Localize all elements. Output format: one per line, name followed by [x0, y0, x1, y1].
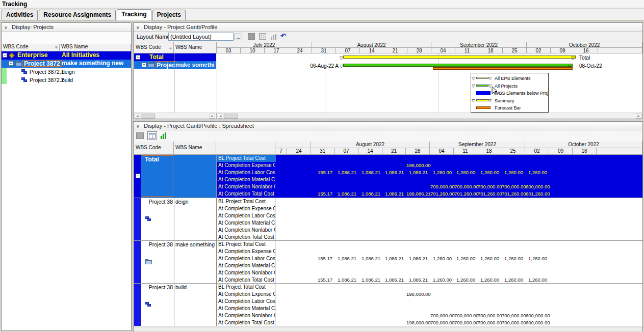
wbs-name-column-header[interactable]: WBS Name	[60, 44, 131, 51]
cost-field-label[interactable]: At Completion Total Cost	[218, 276, 275, 284]
cost-field-label[interactable]: At Completion Material Cost	[218, 219, 275, 227]
collapse-gantt-icon[interactable]: ∨	[136, 23, 142, 32]
gantt-row-projec[interactable]: +Projecmake somethi	[134, 61, 216, 69]
column-splitter[interactable]	[216, 155, 217, 198]
week-header: 21	[383, 48, 407, 53]
scroll-left-button[interactable]: ◄	[135, 114, 140, 119]
cost-field-label[interactable]: At Completion Labor Cost	[218, 212, 275, 219]
cost-value: 1,260.00	[454, 276, 475, 284]
legend-marker: ▽	[472, 84, 475, 88]
tab-tracking[interactable]: Tracking	[117, 9, 151, 20]
undo-icon[interactable]: ↶	[280, 32, 286, 40]
cost-field-label[interactable]: At Completion Nonlabor Cost	[218, 183, 275, 190]
cost-field-label[interactable]: At Completion Nonlabor Cost	[218, 227, 275, 234]
tab-activities[interactable]: Activities	[2, 10, 38, 20]
bar-start-marker: ▽	[340, 64, 343, 69]
cost-field-label[interactable]: At Completion Total Cost	[218, 319, 275, 326]
collapse-spreadsheet-icon[interactable]: ∨	[136, 122, 142, 130]
cost-value: 1,086.21	[335, 169, 356, 176]
week-header: 25	[503, 48, 527, 53]
cost-field-label[interactable]: At Completion Expense Cost	[218, 162, 275, 169]
month-header: October 2022	[525, 142, 642, 148]
cost-value: 1,260.00	[526, 169, 547, 176]
cost-field-label[interactable]: At Completion Labor Cost	[218, 255, 275, 262]
week-header: 09	[549, 148, 573, 155]
browse-layout-button[interactable]: ...	[235, 34, 242, 40]
wbs-name-column-header[interactable]: WBS Name	[174, 42, 217, 53]
cost-field-label[interactable]: At Completion Material Cost	[218, 262, 275, 269]
cost-field-label[interactable]: BL Project Total Cost	[218, 241, 275, 248]
wbs-name[interactable]: build	[175, 284, 216, 291]
cost-field-label[interactable]: At Completion Material Cost	[218, 305, 275, 312]
cost-field-label[interactable]: At Completion Total Cost	[218, 190, 275, 198]
cost-value: 700,000.00	[454, 183, 475, 190]
scroll-right-button[interactable]: ►	[636, 114, 641, 119]
column-splitter[interactable]	[216, 198, 217, 241]
tree-row-project-3872-1[interactable]: Project 3872.1deign	[2, 68, 131, 76]
tree-row-project-3872-2[interactable]: Project 3872.2build	[2, 76, 131, 84]
h-scrollbar[interactable]	[134, 327, 642, 331]
wbs-code-column-header[interactable]: WBS Code ≡	[2, 44, 60, 51]
gantt-view-icon[interactable]	[248, 33, 255, 40]
mouse-cursor	[492, 86, 498, 96]
week-header	[597, 148, 642, 155]
tree-row-enterprise[interactable]: −EnterpriseAll Initiatives	[2, 51, 131, 60]
collapse-toggle[interactable]: −	[3, 53, 7, 58]
cost-value: 700,000.00	[502, 183, 523, 190]
cost-field-label[interactable]: At Completion Expense Cost	[218, 248, 275, 255]
layout-name-input[interactable]: (Untitled Layout)	[168, 33, 234, 41]
week-header: 31	[312, 48, 336, 53]
cost-value: 1,086.21	[335, 276, 356, 284]
wbs-name[interactable]: make something new	[175, 241, 216, 248]
cost-field-label[interactable]: At Completion Material Cost	[218, 176, 275, 183]
legend-swatch-eps	[476, 77, 488, 79]
scroll-left-button[interactable]: ◄	[218, 114, 223, 119]
cost-field-label[interactable]: BL Project Total Cost	[218, 155, 275, 162]
cost-field-label[interactable]: At Completion Expense Cost	[218, 291, 275, 298]
wbs-code-column-header[interactable]: WBS Code≡	[134, 42, 174, 53]
tab-resource-assignments[interactable]: Resource Assignments	[39, 10, 116, 20]
cost-field-label[interactable]: At Completion Nonlabor Cost	[218, 312, 275, 319]
column-splitter[interactable]	[216, 241, 217, 284]
cost-field-label[interactable]: At Completion Expense Cost	[218, 205, 275, 212]
spreadsheet-view-icon[interactable]	[147, 131, 157, 140]
gantt-view-icon[interactable]	[136, 132, 144, 139]
collapse-toggle[interactable]: −	[136, 174, 140, 178]
wbs-code[interactable]: Total	[145, 156, 159, 163]
cost-field-label[interactable]: At Completion Labor Cost	[218, 169, 275, 176]
table-glyph	[149, 133, 156, 139]
cost-field-label[interactable]: At Completion Nonlabor Cost	[218, 269, 275, 276]
wbs-name-column-header[interactable]: WBS Name	[174, 142, 216, 155]
wbs-code[interactable]: Project 38	[142, 199, 173, 205]
cost-field-label[interactable]: At Completion Total Cost	[218, 234, 275, 241]
collapse-toggle[interactable]: −	[136, 55, 140, 60]
wbs-name[interactable]: deign	[175, 199, 216, 205]
week-header: 25	[501, 148, 525, 155]
collapse-panel-icon[interactable]: ∨	[4, 23, 10, 32]
field-column-header[interactable]	[216, 142, 275, 155]
gantt-row-total[interactable]: −Total	[134, 53, 216, 61]
grid-view-icon[interactable]	[259, 33, 266, 40]
scroll-thumb[interactable]	[224, 114, 238, 119]
tab-projects[interactable]: Projects	[152, 10, 186, 20]
scroll-thumb[interactable]	[141, 114, 155, 119]
cost-field-label[interactable]: At Completion Labor Cost	[218, 298, 275, 305]
filter-icon[interactable]: ≡	[55, 45, 58, 51]
cost-field-label[interactable]: BL Project Total Cost	[218, 198, 275, 205]
cost-field-label[interactable]: BL Project Total Cost	[218, 284, 275, 291]
wbs-code[interactable]: Project 38	[142, 241, 173, 248]
column-splitter[interactable]	[216, 284, 217, 326]
expand-toggle[interactable]: +	[142, 63, 146, 67]
week-header: 24	[287, 148, 311, 155]
wbs-block-deign: Project 38deignBL Project Total CostAt C…	[134, 198, 642, 240]
wbs-code-column-header[interactable]: WBS Code	[134, 142, 174, 155]
histogram-view-icon[interactable]	[160, 132, 168, 139]
scroll-right-button[interactable]: ►	[210, 114, 215, 119]
collapse-toggle[interactable]: −	[9, 61, 13, 66]
week-header: 11	[455, 48, 479, 53]
hist-bar	[271, 37, 272, 40]
wbs-tree: −EnterpriseAll Initiatives−Project 3872m…	[2, 51, 131, 326]
tree-row-project-3872[interactable]: −Project 3872make something new	[2, 60, 131, 68]
projects-panel-header: ∨ Display: Projects	[2, 23, 131, 32]
wbs-code[interactable]: Project 38	[142, 284, 173, 291]
